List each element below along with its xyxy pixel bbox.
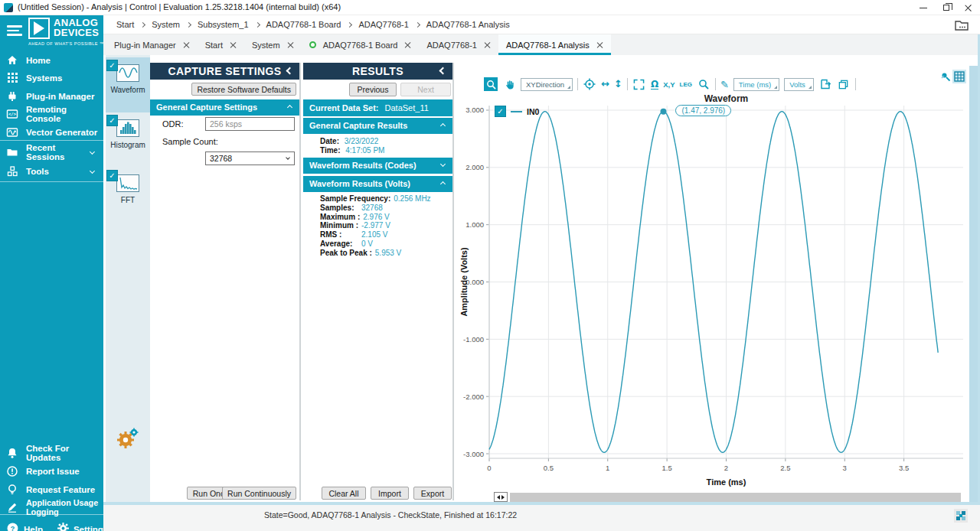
tab-start[interactable]: Start — [198, 34, 244, 55]
stat-row: Average:0 V — [303, 239, 452, 249]
close-tab-icon[interactable] — [484, 41, 491, 48]
scrollbar-track[interactable] — [510, 493, 961, 502]
waveform-checkbox[interactable]: ✓ — [106, 60, 118, 71]
scroll-left-icon — [497, 495, 500, 500]
stat-row: Minimum :-2.977 V — [303, 221, 452, 230]
chevron-down-icon — [90, 168, 95, 174]
chart-vertical-scrollbar[interactable] — [969, 66, 978, 503]
open-session-folder-icon[interactable] — [954, 18, 969, 34]
close-button[interactable] — [957, 0, 978, 15]
tick-label-x: 1.5 — [662, 464, 672, 472]
general-capture-results-section[interactable]: General Capture Results — [303, 118, 452, 134]
view-item-waveform[interactable]: ✓ Waveform — [106, 57, 150, 112]
close-tab-icon[interactable] — [596, 41, 603, 48]
sidebar-item-tools[interactable]: Tools — [0, 162, 103, 180]
chart-horizontal-scrollbar[interactable] — [494, 492, 961, 502]
help-icon[interactable]: ? — [6, 522, 19, 531]
chevron-right-icon — [140, 21, 145, 27]
odr-input[interactable] — [205, 117, 295, 131]
view-item-histogram[interactable]: ✓ Histogram — [106, 112, 150, 168]
sidebar-item-report-issue[interactable]: Report Issue — [0, 462, 103, 480]
series-label: IN0 — [527, 107, 539, 116]
sidebar-divider — [0, 514, 103, 515]
breadcrumb-item[interactable]: Subsystem_1 — [192, 20, 254, 29]
sidebar-item-remoting-console[interactable]: </> Remoting Console — [0, 105, 103, 122]
close-tab-icon[interactable] — [183, 41, 190, 48]
exclamation-circle-icon — [6, 465, 18, 477]
tick-label-y: -1.000 — [463, 335, 484, 344]
histogram-checkbox[interactable]: ✓ — [106, 115, 118, 126]
series-checkbox[interactable]: ✓ — [495, 106, 506, 117]
tab-bar: Plug-in Manager Start System ADAQ7768-1 … — [103, 34, 980, 55]
hamburger-menu-icon[interactable] — [7, 25, 22, 37]
tab-plugin-manager[interactable]: Plug-in Manager — [106, 34, 198, 55]
chevron-right-icon — [347, 21, 352, 27]
next-button[interactable]: Next — [400, 83, 451, 96]
scroll-stepper[interactable] — [494, 492, 508, 502]
close-tab-icon[interactable] — [404, 41, 411, 48]
collapse-panel-icon[interactable] — [439, 67, 447, 75]
sidebar-item-vector-generator[interactable]: Vector Generator — [0, 123, 103, 141]
close-tab-icon[interactable] — [230, 41, 237, 48]
breadcrumb: Start System Subsystem_1 ADAQ7768-1 Boar… — [103, 15, 980, 34]
sidebar-item-request-feature[interactable]: Request Feature — [0, 481, 103, 498]
sidebar-item-application-usage-logging[interactable]: Application Usage Logging — [0, 498, 103, 516]
odr-label: ODR: — [162, 119, 184, 129]
waveform-results-codes-section[interactable]: Waveform Results (Codes) — [303, 158, 452, 174]
sidebar-item-check-for-updates[interactable]: Check For Updates — [0, 444, 103, 461]
waveform-icon — [116, 64, 139, 82]
breadcrumb-item[interactable]: System — [146, 20, 185, 29]
minimize-button[interactable] — [913, 0, 934, 15]
svg-text:?: ? — [11, 524, 15, 531]
sidebar-divider — [0, 181, 103, 182]
sample-count-label: Sample Count: — [162, 137, 218, 146]
restore-defaults-button[interactable]: Restore Software Defaults — [191, 83, 296, 96]
restore-button[interactable] — [936, 0, 957, 15]
previous-button[interactable]: Previous — [349, 83, 397, 96]
capture-settings-header: CAPTURE SETTINGS — [150, 63, 299, 80]
close-tab-icon[interactable] — [287, 41, 294, 48]
tab-system[interactable]: System — [244, 34, 302, 55]
collapse-panel-icon[interactable] — [286, 67, 294, 75]
brand-name: ANALOGDEVICES — [54, 18, 99, 37]
chart-panel: XYDirection ↔ ↕ Ω X,Y LEG ✎ Time (ms) Vo… — [459, 66, 968, 503]
view-item-fft[interactable]: ✓ FFT — [106, 168, 150, 223]
sidebar-item-plugin-manager[interactable]: Plug-in Manager — [0, 87, 103, 105]
tab-adaq7768-1[interactable]: ADAQ7768-1 — [419, 34, 498, 55]
systems-icon — [6, 72, 18, 84]
tick-label-x: 3 — [843, 464, 847, 472]
analysis-settings-gear-icon[interactable] — [113, 425, 141, 451]
current-data-set-value: DataSet_11 — [385, 103, 429, 112]
tab-adaq7768-1-board[interactable]: ADAQ7768-1 Board — [302, 34, 420, 55]
breadcrumb-item[interactable]: Start — [111, 20, 139, 29]
clear-all-button[interactable]: Clear All — [322, 487, 366, 500]
export-button[interactable]: Export — [413, 487, 452, 500]
breadcrumb-item[interactable]: ADAQ7768-1 Board — [261, 20, 347, 29]
sidebar-item-recent-sessions[interactable]: Recent Sessions — [0, 143, 103, 161]
tick-label-x: 0 — [487, 464, 491, 472]
sidebar-item-systems[interactable]: Systems — [0, 69, 103, 86]
tab-adaq7768-1-analysis[interactable]: ADAQ7768-1 Analysis — [498, 34, 611, 55]
capture-settings-panel: CAPTURE SETTINGS Restore Software Defaul… — [150, 63, 301, 500]
title-bar: (Untitled Session) - Analysis | Control … — [0, 0, 980, 15]
tick-label-y: 3.000 — [466, 106, 484, 114]
tick-label-y: -3.000 — [463, 450, 484, 458]
breadcrumb-item[interactable]: ADAQ7768-1 — [353, 20, 413, 29]
layout-snapshot-icon[interactable] — [954, 509, 968, 523]
sidebar-item-home[interactable]: Home — [0, 51, 103, 69]
app-icon — [4, 3, 13, 12]
help-label[interactable]: Help — [24, 525, 43, 531]
sample-count-dropdown[interactable]: 32768 — [205, 151, 295, 165]
chevron-down-icon — [286, 155, 290, 160]
sidebar-divider — [0, 140, 103, 141]
stat-row: Sample Frequency:0.256 MHz — [303, 194, 452, 204]
import-button[interactable]: Import — [371, 487, 409, 500]
sidebar-footer: ? Help Settings — [0, 518, 103, 531]
fft-checkbox[interactable]: ✓ — [106, 170, 118, 181]
waveform-results-volts-section[interactable]: Waveform Results (Volts) — [303, 176, 452, 192]
general-capture-settings-section[interactable]: General Capture Settings — [150, 99, 299, 116]
gear-icon[interactable] — [57, 522, 70, 531]
breadcrumb-item[interactable]: ADAQ7768-1 Analysis — [421, 20, 515, 29]
run-continuously-button[interactable]: Run Continuously — [222, 487, 296, 500]
waveform-plot: 3.0002.0001.0000.000-1.000-2.000-3.00000… — [459, 66, 968, 503]
